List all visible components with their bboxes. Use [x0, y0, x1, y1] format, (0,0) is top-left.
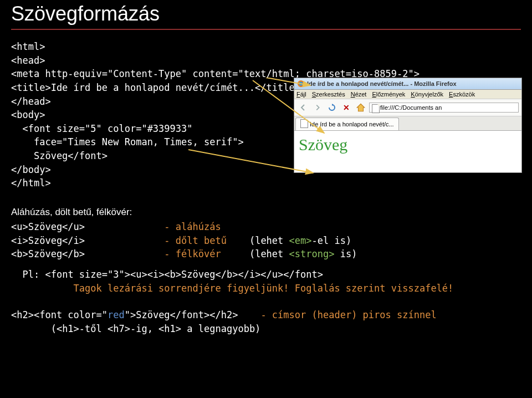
menubar: Fájl Szerkesztés Nézet Előzmények Könyvj…	[294, 90, 521, 99]
firefox-icon	[297, 80, 305, 88]
example-row: Pl: <font size="3"><u><i><b>Szöveg</b></…	[11, 268, 515, 295]
format-examples: <u>Szöveg</u> - aláhúzás <i>Szöveg</i> -…	[11, 220, 515, 261]
page-title: Szövegformázás	[11, 2, 515, 29]
window-title: Ide írd be a honlapod nevét/címét... - M…	[307, 80, 457, 87]
browser-window: Ide írd be a honlapod nevét/címét... - M…	[294, 78, 522, 173]
svg-point-1	[299, 82, 303, 86]
menu-history[interactable]: Előzmények	[372, 91, 405, 98]
menu-edit[interactable]: Szerkesztés	[312, 91, 345, 98]
tabbar: Ide írd be a honlapod nevét/c...	[294, 116, 521, 131]
back-button[interactable]	[297, 101, 309, 114]
menu-view[interactable]: Nézet	[351, 91, 367, 98]
subtitle: Aláhúzás, dölt betű, félkövér:	[11, 207, 515, 218]
tab[interactable]: Ide írd be a honlapod nevét/c...	[295, 118, 399, 130]
page-content: Szöveg	[294, 131, 521, 173]
menu-file[interactable]: Fájl	[296, 91, 306, 98]
url-bar[interactable]: file:///C:/Documents an	[369, 103, 519, 113]
titlebar: Ide írd be a honlapod nevét/címét... - M…	[294, 78, 521, 90]
forward-button[interactable]	[311, 101, 324, 114]
url-text: file:///C:/Documents an	[380, 104, 442, 111]
menu-bookmarks[interactable]: Könyvjelzők	[411, 91, 443, 98]
menu-tools[interactable]: Eszközök	[449, 91, 475, 98]
reload-button[interactable]	[326, 101, 338, 114]
home-button[interactable]	[355, 101, 367, 114]
tab-label: Ide írd be a honlapod nevét/c...	[310, 121, 394, 127]
title-underline	[11, 29, 521, 30]
page-icon	[372, 104, 378, 111]
h2-row: <h2><font color="red">Szöveg</font></h2>…	[11, 308, 515, 335]
tab-icon	[300, 119, 308, 129]
toolbar: ✕ file:///C:/Documents an	[294, 99, 521, 116]
stop-button[interactable]: ✕	[340, 101, 352, 114]
